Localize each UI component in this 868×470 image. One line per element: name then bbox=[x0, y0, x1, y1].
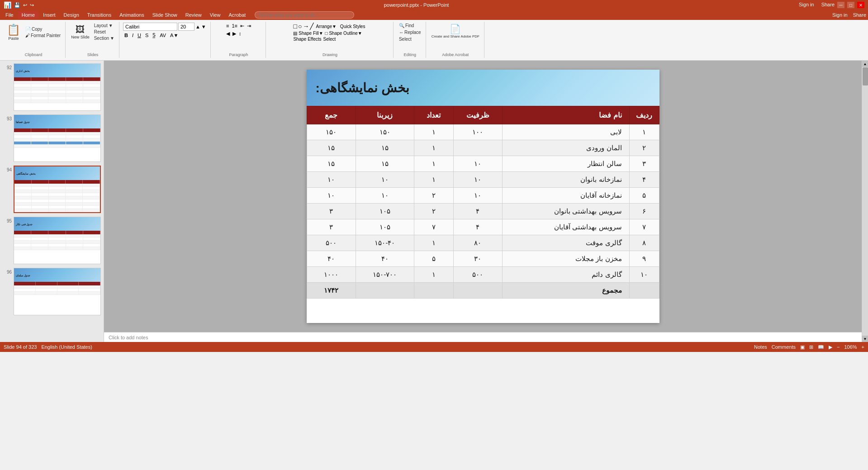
table-cell: ۴ bbox=[453, 219, 502, 235]
quick-styles-button[interactable]: Quick Styles bbox=[339, 24, 367, 29]
quick-access-undo[interactable]: ↩ bbox=[23, 2, 27, 8]
notes-bar[interactable]: Click to add notes bbox=[104, 332, 862, 342]
slide-num-93: 93 bbox=[3, 114, 12, 121]
new-slide-button[interactable]: 🖼 New Slide bbox=[69, 24, 91, 40]
slide-img-96[interactable]: جدول مبلمان bbox=[14, 268, 101, 315]
slide-img-92[interactable]: بخش اداری bbox=[14, 63, 101, 111]
drawing-label: Drawing bbox=[323, 52, 337, 57]
font-size-input[interactable] bbox=[178, 23, 194, 31]
menu-view[interactable]: View bbox=[206, 11, 224, 19]
table-cell: ۴۰ bbox=[356, 251, 414, 267]
reset-button[interactable]: Reset bbox=[92, 29, 116, 35]
status-bar: Slide 94 of 323 English (United States) … bbox=[0, 342, 868, 352]
right-scrollbar[interactable]: ▲ ▼ bbox=[862, 61, 868, 342]
quick-access-redo[interactable]: ↪ bbox=[30, 2, 34, 8]
slide-thumb-96[interactable]: 96 جدول مبلمان bbox=[2, 267, 102, 316]
italic-button[interactable]: I bbox=[131, 32, 135, 38]
slide-show-icon[interactable]: ▶ bbox=[829, 344, 832, 350]
align-center-button[interactable]: ▶ bbox=[232, 30, 237, 37]
format-painter-button[interactable]: 🖌Format Painter bbox=[24, 33, 62, 38]
scroll-down-btn[interactable]: ▼ bbox=[862, 336, 868, 342]
table-cell: ۱۵ bbox=[307, 140, 356, 156]
share-label[interactable]: Share bbox=[853, 12, 866, 18]
shape-oval[interactable]: ○ bbox=[298, 23, 302, 30]
shape-arrow[interactable]: → bbox=[303, 23, 309, 30]
align-left-button[interactable]: ◀ bbox=[225, 30, 231, 37]
shape-line[interactable]: ╱ bbox=[310, 23, 313, 30]
slide-sorter-icon[interactable]: ⊞ bbox=[809, 344, 813, 350]
scroll-thumb[interactable] bbox=[863, 67, 868, 85]
close-button[interactable]: ✕ bbox=[857, 2, 864, 8]
decrease-indent-button[interactable]: ⇤ bbox=[239, 23, 245, 29]
notes-button[interactable]: Notes bbox=[754, 344, 767, 350]
menu-insert[interactable]: Insert bbox=[39, 11, 59, 19]
minimize-button[interactable]: ─ bbox=[837, 2, 844, 8]
table-cell: سرویس بهداشتی آقایان bbox=[502, 219, 629, 235]
normal-view-icon[interactable]: ▣ bbox=[800, 344, 805, 350]
reading-view-icon[interactable]: 📖 bbox=[818, 344, 824, 350]
select-editing-button[interactable]: Select bbox=[397, 36, 423, 42]
strikethrough-button[interactable]: S bbox=[144, 32, 150, 38]
underline-button[interactable]: U bbox=[136, 32, 142, 38]
maximize-button[interactable]: □ bbox=[847, 2, 854, 8]
slide-thumb-95[interactable]: 95 جدول فنی تکار bbox=[2, 216, 102, 265]
char-spacing-button[interactable]: AV bbox=[158, 32, 167, 38]
scroll-up-btn[interactable]: ▲ bbox=[862, 61, 868, 67]
shape-rect[interactable]: □ bbox=[293, 23, 297, 30]
menu-transitions[interactable]: Transitions bbox=[84, 11, 115, 19]
quick-access-save[interactable]: 💾 bbox=[14, 2, 20, 8]
slide-thumb-94[interactable]: 94 بخش نمایشگاهی bbox=[2, 165, 102, 214]
menu-slideshow[interactable]: Slide Show bbox=[149, 11, 181, 19]
table-cell: ۷ bbox=[629, 219, 659, 235]
font-size-increase[interactable]: ▲ bbox=[195, 24, 200, 29]
slide-thumb-93[interactable]: 93 جدول فضاها bbox=[2, 114, 102, 163]
create-pdf-button[interactable]: 📄 Create and Share Adobe PDF bbox=[430, 23, 481, 39]
slide-img-95[interactable]: جدول فنی تکار bbox=[14, 217, 101, 264]
font-name-input[interactable] bbox=[123, 23, 177, 31]
arrange-button[interactable]: Arrange▼ bbox=[314, 24, 337, 29]
paste-button[interactable]: 📋 Paste bbox=[5, 23, 23, 42]
menu-animations[interactable]: Animations bbox=[116, 11, 147, 19]
section-button[interactable]: Section▼ bbox=[92, 35, 116, 41]
comments-button[interactable]: Comments bbox=[772, 344, 796, 350]
select-button[interactable]: Select bbox=[323, 37, 336, 42]
bullets-button[interactable]: ≡ bbox=[225, 23, 230, 29]
font-color-button[interactable]: A▼ bbox=[169, 32, 180, 38]
tell-me-search[interactable] bbox=[255, 11, 354, 19]
shape-effects-button[interactable]: Shape Effects bbox=[293, 37, 321, 42]
replace-button[interactable]: ↔Replace bbox=[397, 29, 423, 35]
zoom-in-btn[interactable]: + bbox=[862, 344, 864, 350]
table-row: ۷سرویس بهداشتی آقایان۴۷۱۰۵۳ bbox=[307, 219, 659, 235]
menu-file[interactable]: File bbox=[2, 11, 17, 19]
shape-fill-button[interactable]: ▤ Shape Fill▼ bbox=[293, 31, 323, 36]
slide-img-93[interactable]: جدول فضاها bbox=[14, 114, 101, 162]
menu-home[interactable]: Home bbox=[18, 11, 38, 19]
shape-outline-button[interactable]: □ Shape Outline▼ bbox=[325, 31, 362, 36]
sign-in-button[interactable]: Sign in bbox=[799, 2, 814, 8]
sign-in-label[interactable]: Sign in bbox=[832, 12, 848, 18]
copy-button[interactable]: 📄Copy bbox=[24, 26, 62, 32]
menu-design[interactable]: Design bbox=[60, 11, 83, 19]
numbering-button[interactable]: 1≡ bbox=[231, 23, 238, 29]
slide-canvas[interactable]: بخش نمایشگاهی: ردیف نام فضا ظرفیت تعداد … bbox=[307, 70, 659, 323]
menu-acrobat[interactable]: Acrobat bbox=[225, 11, 249, 19]
line-spacing-button[interactable]: ↕ bbox=[238, 30, 242, 37]
table-cell: ۱ bbox=[414, 267, 453, 283]
find-button[interactable]: 🔍Find bbox=[397, 23, 423, 28]
shadow-button[interactable]: S̲ bbox=[151, 32, 157, 38]
increase-indent-button[interactable]: ⇥ bbox=[246, 23, 252, 29]
slide-thumb-92[interactable]: 92 بخش اداری bbox=[2, 62, 102, 112]
table-cell: ۱۰ bbox=[453, 172, 502, 188]
title-bar: 📊 💾 ↩ ↪ powerpoint.pptx - PowerPoint Sig… bbox=[0, 0, 868, 10]
table-row: ۶سرویس بهداشتی بانوان۴۲۱۰۵۳ bbox=[307, 204, 659, 219]
slide-img-94[interactable]: بخش نمایشگاهی bbox=[14, 166, 101, 213]
table-cell: نمازخانه بانوان bbox=[502, 172, 629, 188]
menu-review[interactable]: Review bbox=[182, 11, 205, 19]
zoom-out-btn[interactable]: − bbox=[837, 344, 840, 350]
notes-placeholder[interactable]: Click to add notes bbox=[109, 335, 148, 340]
font-size-decrease[interactable]: ▼ bbox=[201, 24, 206, 29]
layout-button[interactable]: Layout▼ bbox=[92, 23, 116, 28]
bold-button[interactable]: B bbox=[123, 32, 129, 38]
share-button[interactable]: Share bbox=[821, 2, 835, 8]
scroll-track[interactable] bbox=[862, 67, 868, 336]
